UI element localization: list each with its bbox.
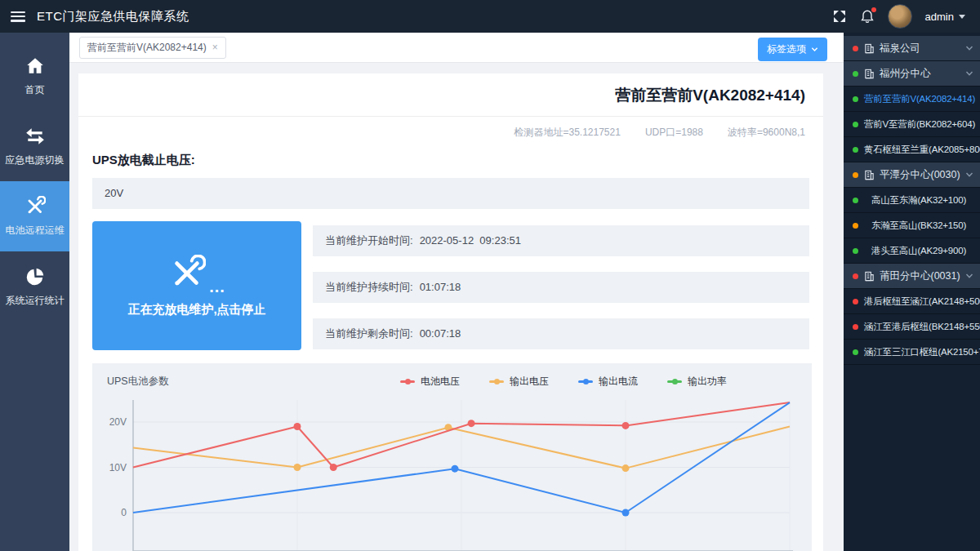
- top-bar: ETC门架应急供电保障系统 admin: [0, 0, 980, 33]
- chevron-down-icon: [965, 44, 973, 52]
- left-sidebar: 首页 应急电源切换 电池远程运维 系统运行统计: [0, 33, 69, 551]
- legend-item-output-current[interactable]: 输出电流: [578, 375, 638, 389]
- chevron-down-icon: [959, 15, 965, 19]
- legend-marker: [489, 380, 504, 383]
- home-icon: [24, 56, 46, 77]
- user-menu[interactable]: admin: [925, 11, 965, 23]
- device-meta-item: UDP口=1988: [645, 127, 703, 138]
- maintenance-status-label: 正在充放电维护,点击停止: [127, 302, 265, 318]
- svg-text:20V: 20V: [109, 416, 127, 428]
- tree-node-label: 港头至高山(AK29+900): [864, 245, 973, 257]
- maintenance-info-row: 当前维护剩余时间:00:07:18: [313, 318, 809, 349]
- tree-item[interactable]: 营前至营前V(AK2082+414): [844, 87, 980, 112]
- legend-label: 输出电压: [510, 375, 549, 389]
- tree-item[interactable]: 港头至高山(AK29+900): [844, 238, 980, 264]
- status-dot: [853, 198, 858, 203]
- tag-options-label: 标签选项: [767, 42, 806, 56]
- tree-node-label: 涵江至港后枢纽(BK2148+550): [864, 321, 980, 333]
- info-label: 当前维护剩余时间:: [325, 327, 413, 340]
- status-dot: [853, 223, 858, 229]
- chevron-down-icon: [965, 171, 973, 179]
- info-value: 01:07:18: [420, 281, 461, 293]
- ellipsis: ...: [209, 281, 225, 292]
- main-area: 营前至营前V(AK2082+414) × 标签选项 营前至营前V(AK2082+…: [69, 33, 844, 551]
- fullscreen-icon[interactable]: [832, 9, 847, 24]
- info-label: 当前维护持续时间:: [325, 281, 413, 293]
- sidebar-item-label: 首页: [25, 83, 45, 97]
- sidebar-item-home[interactable]: 首页: [0, 41, 69, 111]
- tag-options-button[interactable]: 标签选项: [758, 38, 827, 61]
- sidebar-item-battery-maintenance[interactable]: 电池远程运维: [0, 181, 69, 251]
- tab-label: 营前至营前V(AK2082+414): [87, 41, 207, 55]
- info-value: 2022-05-12 09:23:51: [420, 234, 521, 247]
- status-dot: [853, 96, 858, 102]
- status-dot: [853, 324, 858, 330]
- tree-node-label: 黄石枢纽至兰重(AK2085+800): [864, 144, 980, 156]
- sidebar-item-statistics[interactable]: 系统运行统计: [0, 251, 69, 322]
- sidebar-item-power-switch[interactable]: 应急电源切换: [0, 111, 69, 181]
- legend-marker: [578, 380, 593, 383]
- tree-item[interactable]: 东瀚至高山(BK32+150): [844, 213, 980, 238]
- legend-item-output-voltage[interactable]: 输出电压: [489, 375, 549, 389]
- device-meta-item: 检测器地址=35.1217521: [514, 127, 620, 138]
- status-dot: [853, 71, 858, 77]
- building-icon: [864, 69, 875, 79]
- legend-marker: [400, 380, 415, 383]
- tree-item[interactable]: 黄石枢纽至兰重(AK2085+800): [844, 137, 980, 162]
- tree-node-label: 营前至营前V(AK2082+414): [864, 93, 975, 105]
- notification-badge: [871, 7, 876, 12]
- tab-bar: 营前至营前V(AK2082+414) × 标签选项: [69, 33, 844, 63]
- building-icon: [864, 43, 875, 54]
- device-meta-item: 波特率=9600N8,1: [728, 127, 805, 138]
- maintenance-info-row: 当前维护持续时间:01:07:18: [313, 272, 809, 303]
- tree-group[interactable]: 平潭分中心(0030): [844, 162, 980, 188]
- stop-maintenance-button[interactable]: ... 正在充放电维护,点击停止: [92, 221, 301, 350]
- avatar[interactable]: [888, 4, 912, 29]
- pie-chart-icon: [24, 266, 46, 287]
- building-icon: [864, 170, 875, 180]
- tree-item[interactable]: 港后枢纽至涵江(AK2148+500): [844, 289, 980, 314]
- legend-item-battery-voltage[interactable]: 电池电压: [400, 375, 460, 389]
- menu-toggle-icon[interactable]: [11, 11, 25, 22]
- tree-item[interactable]: 高山至东瀚(AK32+100): [844, 188, 980, 213]
- legend-marker: [667, 380, 682, 383]
- username: admin: [925, 11, 954, 23]
- tree-group[interactable]: 福州分中心: [844, 61, 980, 87]
- info-label: 当前维护开始时间:: [325, 234, 413, 247]
- tab-active-route[interactable]: 营前至营前V(AK2082+414) ×: [79, 37, 226, 59]
- tools-icon: [168, 255, 206, 292]
- tree-node-label: 福泉公司: [880, 42, 920, 56]
- tree-node-label: 港后枢纽至涵江(AK2148+500): [864, 295, 980, 308]
- chevron-down-icon: [965, 272, 973, 280]
- tree-node-label: 东瀚至高山(BK32+150): [864, 220, 973, 232]
- tree-node-label: 福州分中心: [880, 67, 931, 81]
- page-title: 营前至营前V(AK2082+414): [78, 73, 823, 117]
- device-meta-row: 检测器地址=35.1217521UDP口=1988波特率=9600N8,1: [78, 117, 823, 144]
- maintenance-info-rows: 当前维护开始时间:2022-05-12 09:23:51当前维护持续时间:01:…: [313, 221, 809, 350]
- maintenance-info-row: 当前维护开始时间:2022-05-12 09:23:51: [313, 225, 809, 256]
- svg-text:0: 0: [121, 507, 127, 518]
- notification-bell-icon[interactable]: [860, 9, 875, 24]
- tree-item[interactable]: 涵江至港后枢纽(BK2148+550): [844, 314, 980, 340]
- sidebar-item-label: 电池远程运维: [6, 224, 65, 238]
- status-dot: [853, 147, 858, 153]
- ups-parameters-line-chart: 010V20V1h2h3h时间（小时）: [92, 393, 812, 551]
- tree-group[interactable]: 福泉公司: [844, 36, 980, 61]
- tree-node-label: 高山至东瀚(AK32+100): [864, 194, 973, 207]
- tree-node-label: 平潭分中心(0030): [880, 168, 960, 182]
- tree-node-label: 营前V至营前(BK2082+604): [864, 118, 975, 131]
- ups-chart-panel: UPS电池参数 电池电压 输出电压 输出电流: [92, 363, 812, 551]
- building-icon: [864, 271, 875, 282]
- tree-node-label: 涵江至三江口枢纽(AK2150+720): [864, 346, 980, 358]
- tree-item[interactable]: 涵江至三江口枢纽(AK2150+720): [844, 340, 980, 365]
- legend-item-output-power[interactable]: 输出功率: [667, 375, 727, 389]
- tree-group[interactable]: 莆田分中心(0031): [844, 264, 980, 289]
- chart-legend: 电池电压 输出电压 输出电流 输出功率: [400, 375, 727, 389]
- status-dot: [853, 349, 858, 355]
- svg-text:10V: 10V: [109, 462, 127, 473]
- close-icon[interactable]: ×: [212, 42, 218, 53]
- sidebar-item-label: 系统运行统计: [6, 294, 65, 308]
- status-dot: [853, 172, 858, 178]
- tree-item[interactable]: 营前V至营前(BK2082+604): [844, 112, 980, 137]
- app-title: ETC门架应急供电保障系统: [37, 9, 189, 24]
